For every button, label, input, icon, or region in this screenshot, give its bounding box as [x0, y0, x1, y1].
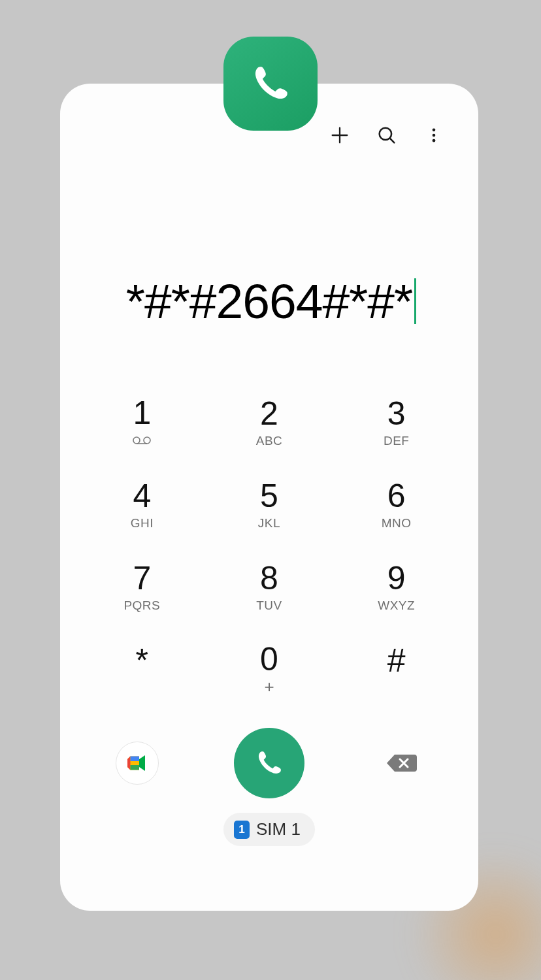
search-icon: [376, 124, 398, 146]
key-digit: 5: [260, 480, 278, 512]
key-label: DEF: [384, 434, 410, 448]
key-digit: 3: [387, 397, 406, 430]
key-1[interactable]: 1: [78, 382, 206, 464]
key-label: GHI: [131, 516, 154, 531]
dialer-card: *#*#2664#*#* 1 2 ABC 3 DEF: [60, 84, 478, 911]
key-5[interactable]: 5 JKL: [206, 464, 333, 546]
cursor: [414, 278, 416, 324]
keypad: 1 2 ABC 3 DEF 4 GHI: [60, 382, 478, 711]
key-label: PQRS: [123, 598, 160, 613]
key-digit: 7: [133, 562, 151, 595]
key-digit: 4: [133, 480, 151, 512]
key-8[interactable]: 8 TUV: [206, 546, 333, 629]
number-display-area[interactable]: *#*#2664#*#*: [60, 273, 478, 329]
key-4[interactable]: 4 GHI: [78, 464, 206, 546]
key-7[interactable]: 7 PQRS: [78, 546, 206, 629]
key-2[interactable]: 2 ABC: [206, 382, 333, 464]
google-meet-icon: [125, 751, 149, 775]
key-9[interactable]: 9 WXYZ: [333, 546, 460, 629]
key-6[interactable]: 6 MNO: [333, 464, 460, 546]
key-digit: #: [387, 644, 406, 677]
key-digit: 6: [387, 480, 406, 512]
key-label: [140, 681, 144, 695]
key-digit: 9: [387, 562, 406, 595]
sim-badge: 1: [234, 821, 250, 839]
key-label: TUV: [256, 598, 282, 613]
search-button[interactable]: [374, 122, 400, 148]
key-label: MNO: [382, 516, 412, 531]
svg-point-2: [433, 134, 436, 137]
backspace-button[interactable]: [380, 750, 423, 776]
key-3[interactable]: 3 DEF: [333, 382, 460, 464]
phone-app-icon: [223, 37, 318, 131]
call-button[interactable]: [234, 728, 304, 798]
svg-point-1: [433, 129, 436, 132]
key-digit: *: [136, 644, 148, 677]
more-button[interactable]: [421, 122, 447, 148]
add-button[interactable]: [327, 122, 353, 148]
backspace-icon: [385, 752, 417, 774]
plus-icon: [329, 124, 351, 146]
voicemail-icon: [133, 432, 151, 449]
actions-row: [60, 723, 478, 798]
key-digit: 2: [260, 397, 278, 430]
phone-icon: [253, 747, 286, 779]
video-call-button[interactable]: [116, 742, 159, 785]
key-0[interactable]: 0 +: [206, 629, 333, 711]
svg-point-5: [144, 437, 150, 444]
key-label: ABC: [256, 434, 283, 448]
key-hash[interactable]: #: [333, 629, 460, 711]
key-digit: 0: [260, 643, 278, 676]
key-label: JKL: [258, 516, 280, 531]
svg-point-3: [433, 139, 436, 142]
key-digit: 8: [260, 562, 278, 595]
key-star[interactable]: *: [78, 629, 206, 711]
key-label: [395, 681, 399, 695]
key-label: WXYZ: [378, 598, 415, 613]
dialed-number: *#*#2664#*#*: [126, 273, 412, 329]
more-vert-icon: [425, 124, 443, 146]
sim-selector[interactable]: 1 SIM 1: [223, 813, 315, 846]
key-digit: 1: [133, 397, 151, 429]
key-plus-label: +: [264, 677, 274, 697]
svg-point-4: [133, 437, 140, 444]
sim-label: SIM 1: [256, 819, 301, 840]
